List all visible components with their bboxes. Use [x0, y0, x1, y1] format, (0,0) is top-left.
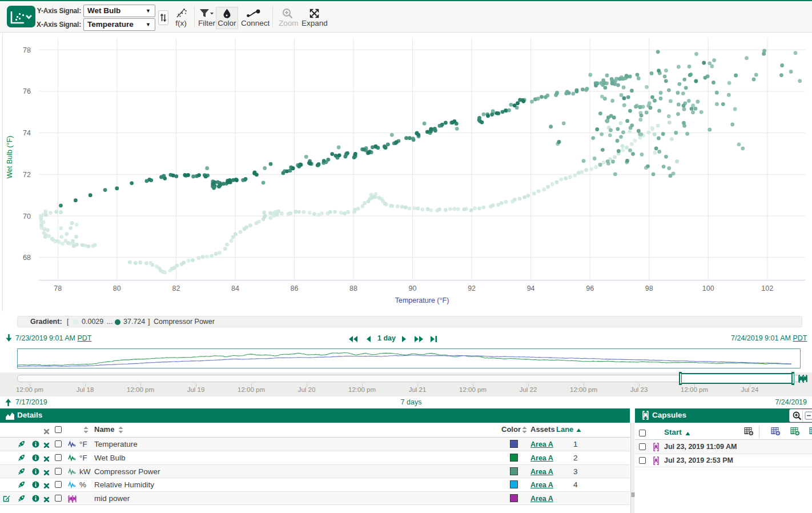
- svg-text:Wet Bulb (°F): Wet Bulb (°F): [6, 136, 14, 179]
- svg-text:96: 96: [586, 284, 594, 292]
- svg-text:92: 92: [468, 284, 476, 292]
- svg-text:100: 100: [702, 284, 714, 292]
- svg-text:78: 78: [23, 46, 31, 54]
- svg-text:84: 84: [231, 284, 239, 292]
- svg-text:78: 78: [54, 284, 62, 292]
- svg-text:80: 80: [113, 284, 121, 292]
- svg-text:82: 82: [172, 284, 180, 292]
- svg-text:70: 70: [23, 213, 31, 221]
- svg-text:72: 72: [23, 171, 31, 179]
- svg-text:102: 102: [761, 284, 773, 292]
- svg-text:68: 68: [23, 254, 31, 262]
- svg-text:86: 86: [291, 284, 299, 292]
- svg-text:Temperature (°F): Temperature (°F): [395, 296, 449, 304]
- svg-text:90: 90: [409, 284, 417, 292]
- svg-text:88: 88: [349, 284, 357, 292]
- svg-text:74: 74: [23, 129, 31, 137]
- svg-text:76: 76: [23, 87, 31, 95]
- svg-text:94: 94: [527, 284, 535, 292]
- svg-text:98: 98: [645, 284, 653, 292]
